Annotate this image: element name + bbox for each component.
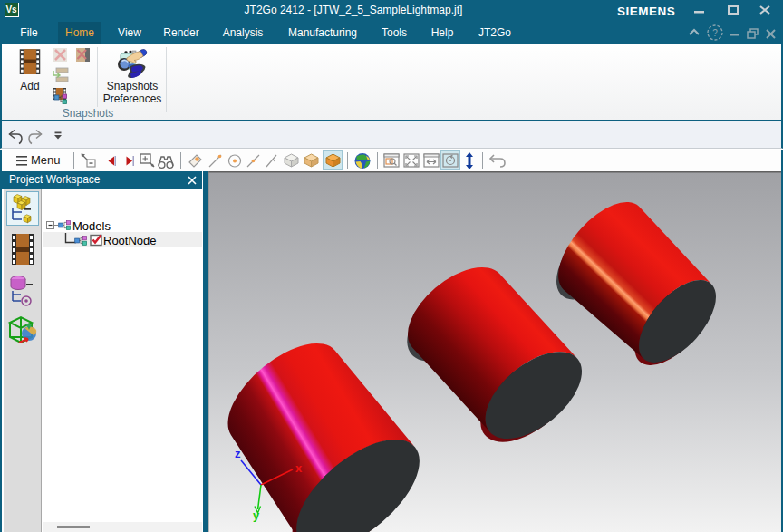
svg-text:z: z	[235, 447, 241, 460]
svg-text:y: y	[253, 508, 260, 522]
svg-text:x: x	[295, 461, 303, 475]
svg-text:?: ?	[712, 28, 718, 38]
